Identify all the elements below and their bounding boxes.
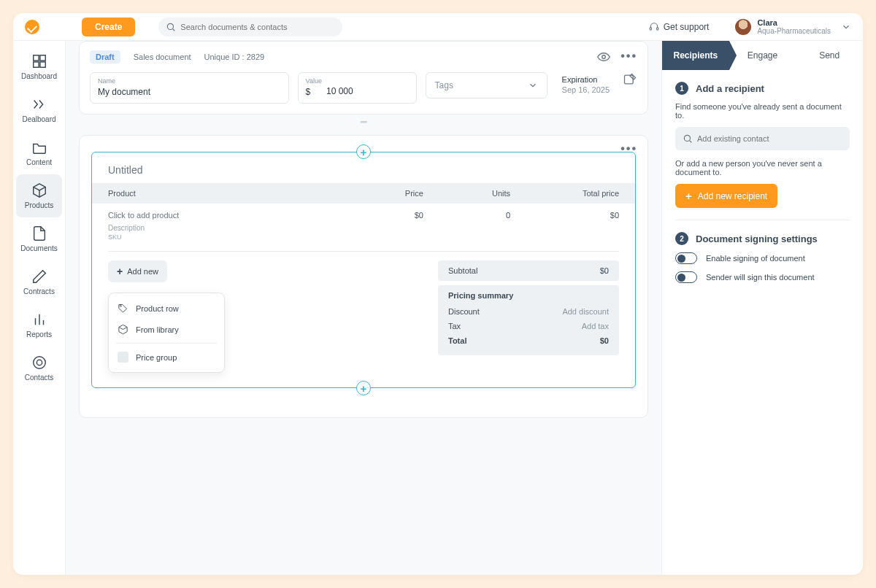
svg-point-16 xyxy=(120,305,121,306)
steps-nav: Recipients Engage Send xyxy=(662,41,863,70)
opt-product-row[interactable]: Product row xyxy=(109,298,224,319)
expiration-info: Expiration Sep 16, 2025 xyxy=(556,72,614,94)
block-title[interactable]: Untitled xyxy=(92,164,635,183)
resize-handle[interactable]: ━ xyxy=(79,116,648,128)
sidebar-item-contracts[interactable]: Contracts xyxy=(13,260,65,303)
svg-point-17 xyxy=(684,135,690,141)
box-icon xyxy=(31,182,47,198)
subtotal-row: Subtotal $0 xyxy=(438,260,619,281)
col-price: Price xyxy=(337,189,423,198)
toggle-enable-signing-label: Enable signing of document xyxy=(706,254,805,263)
svg-line-18 xyxy=(690,141,692,143)
chevron-down-icon xyxy=(528,80,538,90)
tab-send[interactable]: Send xyxy=(796,41,863,70)
more-icon[interactable]: ••• xyxy=(620,50,637,63)
svg-rect-6 xyxy=(33,62,38,67)
add-block-above[interactable]: + xyxy=(356,144,371,159)
sidebar-item-documents[interactable]: Documents xyxy=(13,217,65,260)
value-field[interactable]: Value $ 10 000 xyxy=(298,72,417,104)
row-description[interactable]: Description xyxy=(92,224,635,232)
tab-engage[interactable]: Engage xyxy=(729,41,796,70)
app-logo xyxy=(25,20,39,34)
folder-icon xyxy=(31,139,47,155)
tag-icon xyxy=(118,303,128,314)
tab-recipients[interactable]: Recipients xyxy=(662,41,729,70)
name-field[interactable]: Name My document xyxy=(90,72,289,104)
pricing-summary: Pricing summary DiscountAdd discount Tax… xyxy=(438,285,619,355)
svg-rect-3 xyxy=(656,27,658,30)
document-header: Draft Sales document Unique ID : 2829 ••… xyxy=(79,41,648,115)
section1-or: Or add a new person you've never sent a … xyxy=(675,159,850,177)
add-new-popover: Product row From library Price group xyxy=(108,293,225,373)
add-block-below[interactable]: + xyxy=(356,381,371,395)
user-name: Clara xyxy=(757,18,831,27)
chevron-down-icon xyxy=(841,22,851,32)
document-type: Sales document xyxy=(134,53,191,61)
add-new-button[interactable]: + Add new xyxy=(108,260,167,282)
recipient-search[interactable] xyxy=(675,127,850,150)
document-unique-id: Unique ID : 2829 xyxy=(204,53,265,61)
side-nav: Dashboard Dealboard Content Products Doc… xyxy=(13,41,66,575)
svg-rect-2 xyxy=(650,27,651,30)
sidebar-item-reports[interactable]: Reports xyxy=(13,303,65,347)
edit-expiration-icon[interactable] xyxy=(623,72,637,87)
svg-rect-7 xyxy=(39,62,45,67)
create-button[interactable]: Create xyxy=(82,18,135,36)
dashboard-icon xyxy=(31,53,47,69)
opt-from-library[interactable]: From library xyxy=(109,319,224,340)
sidebar-item-dealboard[interactable]: Dealboard xyxy=(13,88,65,131)
pen-icon xyxy=(31,268,47,285)
col-total: Total price xyxy=(510,189,619,198)
get-support-link[interactable]: Get support xyxy=(649,22,710,32)
sidebar-item-content[interactable]: Content xyxy=(13,131,65,174)
svg-rect-15 xyxy=(625,75,634,84)
col-product: Product xyxy=(108,189,337,198)
toggle-sender-signs[interactable] xyxy=(675,271,697,283)
svg-point-13 xyxy=(36,360,42,365)
global-search[interactable] xyxy=(158,18,342,36)
add-discount-link[interactable]: Add discount xyxy=(562,307,609,316)
svg-point-14 xyxy=(602,55,606,59)
toggle-enable-signing[interactable] xyxy=(675,252,697,264)
user-menu[interactable]: Clara Aqua-Pharmaceuticals xyxy=(735,18,851,35)
recipient-search-input[interactable] xyxy=(697,134,842,143)
document-canvas: ••• + + Untitled Product Price Units Tot… xyxy=(79,135,648,418)
sidebar-item-contacts[interactable]: Contacts xyxy=(13,347,65,390)
search-icon xyxy=(166,22,176,32)
sidebar-item-products[interactable]: Products xyxy=(16,174,62,217)
add-recipient-button[interactable]: + Add new recipient xyxy=(675,184,777,208)
section-signing-settings: 2Document signing settings xyxy=(675,232,850,245)
row-sku[interactable]: SKU xyxy=(92,233,635,241)
target-icon xyxy=(31,355,47,371)
add-tax-link[interactable]: Add tax xyxy=(582,322,609,330)
status-badge: Draft xyxy=(90,50,120,63)
bars-icon xyxy=(31,312,47,328)
col-units: Units xyxy=(423,189,510,198)
preview-icon[interactable] xyxy=(597,50,610,63)
headset-icon xyxy=(649,22,659,32)
svg-point-0 xyxy=(168,23,174,29)
section-add-recipient: 1Add a recipient xyxy=(675,82,850,95)
search-input[interactable] xyxy=(180,23,335,31)
cube-icon xyxy=(118,324,128,335)
opt-price-group[interactable]: Price group xyxy=(109,347,224,368)
svg-rect-4 xyxy=(33,55,38,61)
svg-point-12 xyxy=(33,357,45,369)
document-icon xyxy=(31,225,47,241)
sidebar-item-dashboard[interactable]: Dashboard xyxy=(13,45,65,88)
search-icon xyxy=(683,134,693,144)
user-company: Aqua-Pharmaceuticals xyxy=(757,27,831,35)
product-table-block: + + Untitled Product Price Units Total p… xyxy=(91,152,636,388)
dealboard-icon xyxy=(31,96,47,112)
table-row[interactable]: Click to add product $0 0 $0 xyxy=(92,204,635,223)
toggle-sender-signs-label: Sender will sign this document xyxy=(706,273,815,282)
avatar xyxy=(735,19,751,35)
svg-rect-5 xyxy=(39,55,45,61)
svg-line-1 xyxy=(173,28,175,31)
square-icon xyxy=(118,352,128,363)
section1-desc: Find someone you've already sent a docum… xyxy=(675,102,850,120)
tags-dropdown[interactable]: Tags xyxy=(426,72,548,98)
